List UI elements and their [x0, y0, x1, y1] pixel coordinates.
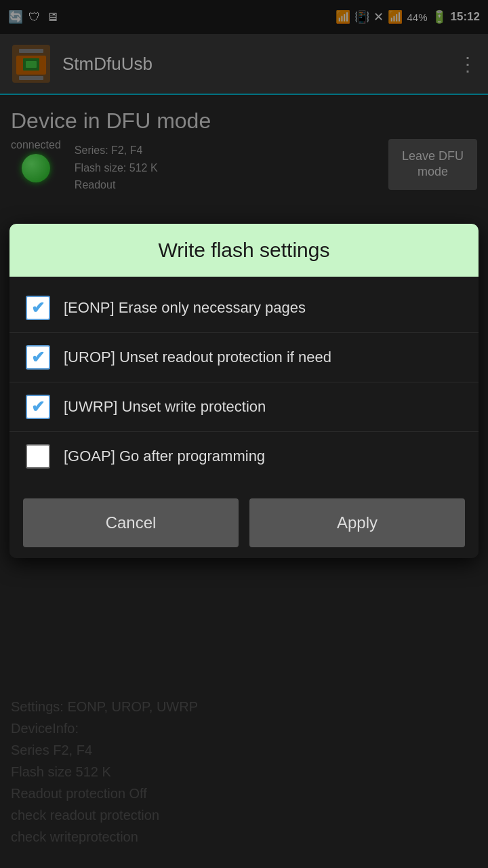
goap-option[interactable]: [GOAP] Go after programming	[9, 432, 479, 481]
goap-label: [GOAP] Go after programming	[64, 446, 265, 467]
dialog-title: Write flash settings	[159, 239, 330, 261]
dialog-buttons: Cancel Apply	[9, 488, 479, 558]
uwrp-option[interactable]: ✔ [UWRP] Unset write protection	[9, 382, 479, 432]
write-flash-settings-dialog: Write flash settings ✔ [EONP] Erase only…	[9, 224, 479, 558]
dialog-body: ✔ [EONP] Erase only necessary pages ✔ [U…	[9, 277, 479, 488]
eonp-checkbox[interactable]: ✔	[26, 296, 50, 320]
uwrp-label: [UWRP] Unset write protection	[64, 397, 266, 418]
urop-label: [UROP] Unset readout protection if need	[64, 347, 331, 368]
eonp-checkmark: ✔	[31, 298, 45, 317]
urop-option[interactable]: ✔ [UROP] Unset readout protection if nee…	[9, 333, 479, 382]
apply-button[interactable]: Apply	[249, 498, 465, 547]
goap-checkbox[interactable]	[26, 444, 50, 469]
urop-checkbox[interactable]: ✔	[26, 345, 50, 370]
dialog-header: Write flash settings	[9, 224, 479, 277]
cancel-button[interactable]: Cancel	[23, 498, 239, 547]
uwrp-checkmark: ✔	[31, 397, 45, 416]
uwrp-checkbox[interactable]: ✔	[26, 395, 50, 419]
urop-checkmark: ✔	[31, 348, 45, 367]
eonp-option[interactable]: ✔ [EONP] Erase only necessary pages	[9, 283, 479, 333]
eonp-label: [EONP] Erase only necessary pages	[64, 298, 306, 319]
